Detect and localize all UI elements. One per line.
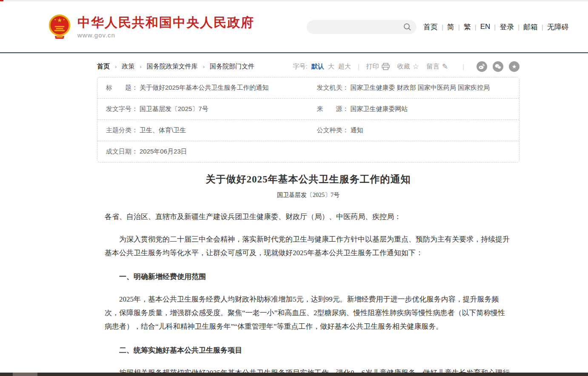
document-paragraph-intro: 为深入贯彻党的二十届三中全会精神，落实新时代党的卫生与健康工作方针中以基层为重点… xyxy=(105,233,512,260)
meta-title: 标 题：关于做好2025年基本公共卫生服务工作的通知 xyxy=(97,77,308,98)
national-emblem-icon: ★ ★ ★ xyxy=(48,14,71,40)
star-icon: ☆ xyxy=(413,63,419,70)
pencil-icon: ✎ xyxy=(442,63,448,70)
nav-separator: | xyxy=(514,23,523,31)
toolbar-divider: | xyxy=(358,63,360,70)
nav-separator: | xyxy=(438,23,447,31)
document-title: 关于做好2025年基本公共卫生服务工作的通知 xyxy=(97,173,519,186)
nav-separator: | xyxy=(490,23,500,31)
breadcrumb-department-documents[interactable]: 国务院部门文件 xyxy=(210,63,254,71)
search-input[interactable] xyxy=(307,20,417,34)
breadcrumb-policy-library[interactable]: 国务院政策文件库 xyxy=(147,63,198,71)
share-group: ★ xyxy=(471,61,519,72)
document-meta-table: 标 题：关于做好2025年基本公共卫生服务工作的通知 发文机关：国家卫生健康委 … xyxy=(97,77,519,162)
printer-icon xyxy=(382,63,390,70)
meta-row: 成文日期：2025年06月23日 xyxy=(97,141,519,162)
footer-top-edge xyxy=(0,373,588,376)
font-size-xlarge[interactable]: 超大 xyxy=(338,63,351,71)
svg-text:★: ★ xyxy=(54,18,56,21)
font-size-large[interactable]: 大 xyxy=(328,63,334,71)
breadcrumb: 首页 › 政策 › 国务院政策文件库 › 国务院部门文件 xyxy=(97,63,254,71)
site-url: www.gov.cn xyxy=(77,31,254,39)
nav-simplified[interactable]: 简 xyxy=(447,22,454,32)
nav-traditional[interactable]: 繁 xyxy=(464,22,471,32)
font-size-default[interactable]: 默认 xyxy=(311,63,324,71)
nav-separator: | xyxy=(454,23,464,31)
site-title: 中华人民共和国中央人民政府 xyxy=(77,15,254,29)
favorite-label: 收藏 xyxy=(397,63,410,71)
site-header: ★ ★ ★ 中华人民共和国中央人民政府 www.gov.cn 首页| 简| 繁|… xyxy=(0,0,588,53)
print-label: 打印 xyxy=(366,63,379,71)
chevron-right-icon: › xyxy=(110,63,122,70)
breadcrumb-toolbar-row: 首页 › 政策 › 国务院政策文件库 › 国务院部门文件 字号: 默认 大 超大… xyxy=(97,61,519,72)
footer-edge-accent xyxy=(13,373,37,376)
nav-english[interactable]: EN xyxy=(480,23,491,31)
meta-source: 来 源：国家卫生健康委网站 xyxy=(308,99,519,120)
document-body: 各省、自治区、直辖市及新疆生产建设兵团卫生健康委、财政厅（局）、中医药局、疾控局… xyxy=(97,210,519,376)
qzone-share-icon[interactable]: ★ xyxy=(509,61,519,72)
document-number: 国卫基层发〔2025〕7号 xyxy=(97,191,519,199)
font-size-label: 字号: xyxy=(293,63,308,71)
document-heading-2: 二、统筹实施好基本公共卫生服务项目 xyxy=(105,344,512,357)
top-hairline-red-accent xyxy=(0,0,3,1)
meta-row: 标 题：关于做好2025年基本公共卫生服务工作的通知 发文机关：国家卫生健康委 … xyxy=(97,77,519,99)
toolbar-divider: | xyxy=(462,63,464,70)
meta-issuing-agency: 发文机关：国家卫生健康委 财政部 国家中医药局 国家疾控局 xyxy=(308,77,519,98)
document-article: 关于做好2025年基本公共卫生服务工作的通知 国卫基层发〔2025〕7号 各省、… xyxy=(97,173,519,376)
meta-row: 主题分类：卫生、体育\卫生 公文种类：通知 xyxy=(97,120,519,141)
meta-date: 成文日期：2025年06月23日 xyxy=(97,141,308,162)
comment-button[interactable]: 留言 ✎ xyxy=(427,63,448,71)
nav-login[interactable]: 登录 xyxy=(500,22,514,32)
chevron-right-icon: › xyxy=(198,63,210,70)
meta-row: 发文字号：国卫基层发〔2025〕7号 来 源：国家卫生健康委网站 xyxy=(97,99,519,120)
nav-accessibility[interactable]: 无障碍 xyxy=(547,22,569,32)
document-paragraph-1: 2025年，基本公共卫生服务经费人均财政补助标准增加5元，达到99元。新增经费用… xyxy=(105,293,512,333)
top-nav: 首页| 简| 繁| EN| 登录| 邮箱| 无障碍 xyxy=(423,22,569,32)
nav-separator: | xyxy=(538,23,547,31)
meta-topic-category: 主题分类：卫生、体育\卫生 xyxy=(97,120,308,141)
site-logo[interactable]: ★ ★ ★ 中华人民共和国中央人民政府 www.gov.cn xyxy=(48,14,254,40)
print-button[interactable]: 打印 xyxy=(366,63,390,71)
favorite-button[interactable]: 收藏 ☆ xyxy=(397,63,419,71)
svg-text:★: ★ xyxy=(57,17,62,23)
nav-separator: | xyxy=(471,23,480,31)
meta-doc-number: 发文字号：国卫基层发〔2025〕7号 xyxy=(97,99,308,120)
site-titles: 中华人民共和国中央人民政府 www.gov.cn xyxy=(77,15,254,39)
wechat-share-icon[interactable] xyxy=(493,61,503,72)
top-hairline xyxy=(0,0,588,1)
chevron-right-icon: › xyxy=(134,63,146,70)
meta-empty-cell xyxy=(308,141,519,162)
search-icon[interactable] xyxy=(403,23,411,31)
page-toolbar: 字号: 默认 大 超大 | 打印 收藏 ☆ 留言 ✎ | xyxy=(293,61,519,72)
comment-label: 留言 xyxy=(427,63,440,71)
breadcrumb-policy[interactable]: 政策 xyxy=(122,63,134,71)
nav-home[interactable]: 首页 xyxy=(423,22,438,32)
search-box[interactable] xyxy=(307,20,417,34)
breadcrumb-home[interactable]: 首页 xyxy=(97,63,110,71)
document-heading-1: 一、明确新增经费使用范围 xyxy=(105,270,512,284)
document-salutation: 各省、自治区、直辖市及新疆生产建设兵团卫生健康委、财政厅（局）、中医药局、疾控局… xyxy=(105,210,512,224)
svg-text:★: ★ xyxy=(63,18,65,21)
nav-mail[interactable]: 邮箱 xyxy=(523,22,538,32)
meta-doc-type: 公文种类：通知 xyxy=(308,120,519,141)
main-content: 首页 › 政策 › 国务院政策文件库 › 国务院部门文件 字号: 默认 大 超大… xyxy=(97,61,519,376)
weibo-share-icon[interactable] xyxy=(477,61,487,72)
